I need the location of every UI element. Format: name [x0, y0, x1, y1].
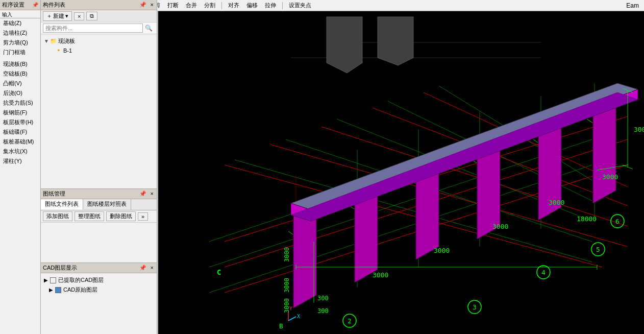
search-box: 🔍 — [41, 22, 157, 34]
svg-text:3000: 3000 — [283, 247, 290, 262]
cad-panel-close[interactable]: × — [150, 265, 155, 271]
cad-panel-title: CAD图层显示 — [43, 264, 77, 272]
svg-text:300: 300 — [317, 307, 329, 315]
sidebar-item-20[interactable]: 空础板(B) — [0, 69, 40, 79]
svg-marker-53 — [327, 17, 362, 73]
manage-drawing-btn[interactable]: 整理图纸 — [75, 211, 104, 221]
sidebar-item-21[interactable]: 凸帽(V) — [0, 79, 40, 88]
comp-panel: 构件列表 📌 × ＋ 新建 ▾ × ⧉ 🔍 ▼ 📁 现浇板 🔸 B-1 — [41, 0, 157, 189]
sidebar-item-23[interactable]: 抗受力筋(S) — [0, 98, 40, 108]
cad-layer-original[interactable]: ▶ CAD原始图层 — [43, 285, 155, 295]
sidebar-item-2[interactable]: 边墙柱(Z) — [0, 28, 40, 38]
sidebar-item-24[interactable]: 板钢筋(F) — [0, 108, 40, 117]
comp-panel-toolbar: ＋ 新建 ▾ × ⧉ — [41, 10, 157, 22]
search-icon[interactable]: 🔍 — [143, 25, 155, 32]
svg-text:300: 300 — [317, 295, 329, 302]
cad-checkbox-original[interactable] — [55, 287, 61, 293]
sidebar-header: 程序设置 📌 — [0, 0, 40, 10]
cad-tree: ▶ 已提取的CAD图层 ▶ CAD原始图层 — [41, 273, 157, 297]
cad-layer-extracted[interactable]: ▶ 已提取的CAD图层 — [43, 275, 155, 285]
new-dropdown-icon: ▾ — [65, 13, 68, 19]
cad-layer-extracted-label: 已提取的CAD图层 — [58, 276, 104, 284]
svg-marker-54 — [378, 17, 413, 65]
sidebar-pin[interactable]: 📌 — [32, 2, 38, 8]
svg-text:3000: 3000 — [634, 126, 644, 133]
comp-panel-close[interactable]: × — [150, 2, 155, 8]
expand-icon: ▼ — [44, 38, 49, 44]
svg-text:Y: Y — [289, 306, 292, 312]
draw-tab-filelist[interactable]: 图纸文件列表 — [41, 199, 83, 210]
draw-tabs: 图纸文件列表 图纸楼层对照表 — [41, 199, 157, 210]
svg-text:C: C — [217, 268, 221, 276]
svg-text:B: B — [279, 322, 283, 330]
node-folder-icon: 📁 — [50, 38, 57, 44]
offset-btn[interactable]: 偏移 — [244, 1, 260, 10]
svg-text:3000: 3000 — [373, 271, 388, 279]
delete-drawing-btn[interactable]: 删除图纸 — [106, 211, 136, 221]
comp-panel-pin[interactable]: 📌 — [138, 2, 147, 8]
new-btn[interactable]: ＋ 新建 ▾ — [43, 11, 72, 21]
comp-panel-titlebar: 构件列表 📌 × — [41, 0, 157, 10]
cad-drawing: 3000 3000 3000 3000 3000 3000 18000 300 … — [158, 11, 644, 334]
svg-text:5: 5 — [596, 246, 600, 253]
svg-text:3: 3 — [473, 303, 477, 311]
break-btn[interactable]: 打断 — [165, 1, 181, 10]
sidebar-item-26[interactable]: 板础碟(F) — [0, 127, 40, 137]
copy-comp-btn[interactable]: ⧉ — [86, 12, 97, 20]
sidebar-title: 程序设置 — [2, 1, 24, 9]
add-drawing-btn[interactable]: 添加图纸 — [43, 211, 72, 221]
draw-tab-floormap[interactable]: 图纸楼层对照表 — [83, 199, 131, 210]
cad-panel: CAD图层显示 📌 × ▶ 已提取的CAD图层 ▶ CAD原始图层 — [41, 263, 157, 334]
svg-text:6: 6 — [615, 218, 620, 225]
sidebar-item-22[interactable]: 后浇(O) — [0, 88, 40, 98]
delete-comp-btn[interactable]: × — [74, 12, 84, 20]
cad-panel-titlebar: CAD图层显示 📌 × — [41, 263, 157, 273]
tree-node-b1[interactable]: 🔸 B-1 — [43, 46, 155, 55]
comp-panel-title: 构件列表 — [43, 1, 65, 9]
align-btn[interactable]: 对齐 — [226, 1, 241, 10]
sidebar-item-19[interactable]: 现浇板(B) — [0, 59, 40, 69]
draw-panel-titlebar: 图纸管理 📌 × — [41, 189, 157, 199]
main-viewport[interactable]: 3000 3000 3000 3000 3000 3000 18000 300 … — [158, 11, 644, 334]
sep3 — [282, 2, 283, 9]
svg-text:18000: 18000 — [577, 215, 597, 223]
svg-text:3000: 3000 — [492, 223, 508, 230]
draw-panel-close[interactable]: × — [150, 190, 155, 197]
sidebar-item-28[interactable]: 集水坑(X) — [0, 147, 40, 156]
stretch-btn[interactable]: 拉伸 — [263, 1, 278, 10]
sidebar-item-1[interactable]: 基础(Z) — [0, 18, 40, 28]
sidebar-item-25[interactable]: 板层板带(H) — [0, 117, 40, 127]
draw-panel: 图纸管理 📌 × 图纸文件列表 图纸楼层对照表 添加图纸 整理图纸 删除图纸 » — [41, 189, 157, 263]
setpoint-btn[interactable]: 设置夹点 — [287, 1, 313, 10]
svg-text:4: 4 — [541, 269, 546, 276]
expand-cad-icon2: ▶ — [49, 287, 53, 293]
cad-checkbox-extracted[interactable] — [50, 277, 56, 283]
svg-text:3000: 3000 — [549, 199, 564, 206]
top-right-label: Eam — [626, 2, 642, 9]
merge-btn[interactable]: 合并 — [184, 1, 199, 10]
sidebar-item-29[interactable]: 灌柱(Y) — [0, 156, 40, 166]
cad-layer-original-label: CAD原始图层 — [63, 286, 97, 294]
svg-text:3000: 3000 — [283, 278, 290, 293]
left-sidebar: 程序设置 📌 输入 基础(Z) 边墙柱(Z) 剪力墙(Q) 门门框墙 砌体墙(Q… — [0, 0, 41, 334]
tree-node-file-icon: 🔸 — [55, 47, 62, 54]
sidebar-item-3[interactable]: 剪力墙(Q) — [0, 38, 40, 47]
cad-panel-pin[interactable]: 📌 — [138, 265, 147, 271]
sidebar-item-27[interactable]: 板桩基础(M) — [0, 137, 40, 147]
more-btn[interactable]: » — [138, 212, 148, 221]
svg-text:3000: 3000 — [602, 173, 618, 181]
tree-node-plate[interactable]: ▼ 📁 现浇板 — [43, 36, 155, 46]
split-btn[interactable]: 分割 — [202, 1, 217, 10]
search-input[interactable] — [43, 23, 143, 33]
svg-text:X: X — [297, 314, 300, 319]
draw-panel-pin[interactable]: 📌 — [138, 190, 147, 197]
new-icon: ＋ — [46, 12, 52, 20]
sep2 — [221, 2, 222, 9]
svg-text:2: 2 — [348, 317, 352, 325]
sidebar-item-4[interactable]: 门门框墙 — [0, 47, 40, 57]
sidebar-input-label: 输入 — [0, 10, 40, 18]
tree-node-b1-label: B-1 — [63, 47, 72, 54]
draw-panel-title: 图纸管理 — [43, 190, 65, 198]
tree-node-label: 现浇板 — [58, 37, 75, 45]
draw-toolbar: 添加图纸 整理图纸 删除图纸 » — [41, 210, 157, 223]
